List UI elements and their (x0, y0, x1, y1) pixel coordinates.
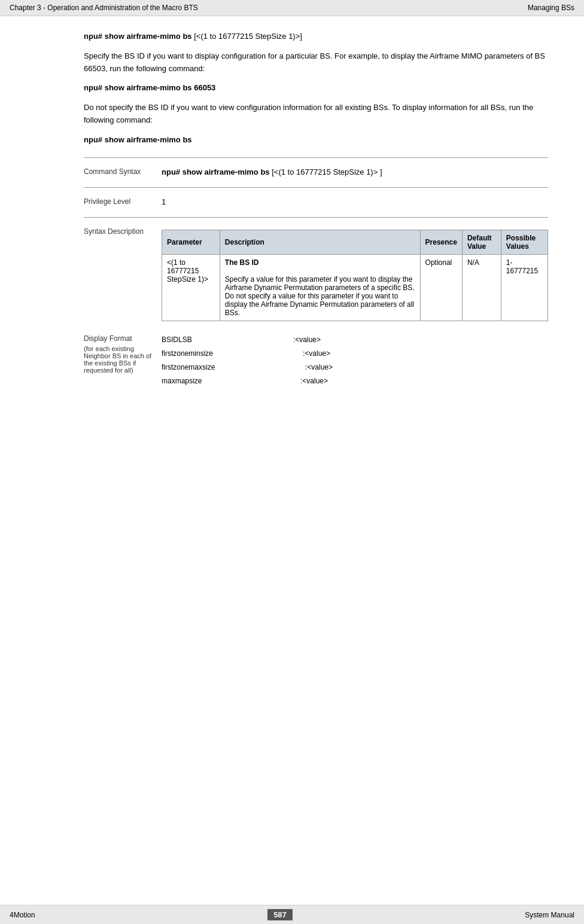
footer-right: System Manual (525, 911, 574, 919)
col-parameter: Parameter (162, 230, 220, 254)
syntax-desc-divider (84, 217, 548, 218)
privilege-level-label: Privilege Level (84, 195, 162, 206)
col-possible: Possible Values (501, 230, 548, 254)
command-syntax-divider (84, 157, 548, 158)
display-format-sublabel: (for each existing Neighbor BS in each o… (84, 345, 156, 374)
cell-default: N/A (462, 254, 501, 321)
page-header: Chapter 3 - Operation and Administration… (0, 0, 584, 16)
privilege-level-value: 1 (162, 195, 548, 206)
display-format-row-bsidlsb: BSIDLSB :<value> (162, 334, 548, 346)
cell-description: The BS ID Specify a value for this param… (220, 254, 420, 321)
display-key-firstzoneminsize: firstzoneminsize (162, 348, 293, 359)
main-content: npu# show airframe-mimo bs [<(1 to 16777… (0, 16, 584, 404)
col-presence: Presence (420, 230, 462, 254)
intro-command3: npu# show airframe-mimo bs (84, 134, 548, 147)
command-syntax-label: Command Syntax (84, 165, 162, 176)
display-key-firstzonemaxsize: firstzonemaxsize (162, 362, 293, 373)
intro-command1-line: npu# show airframe-mimo bs [<(1 to 16777… (84, 31, 548, 43)
syntax-description-section: Syntax Description Parameter Description… (84, 225, 548, 321)
page-number: 587 (267, 909, 293, 920)
command-syntax-content: npu# show airframe-mimo bs [<(1 to 16777… (162, 165, 548, 176)
display-format-row-maxmapsize: maxmapsize :<value> (162, 376, 548, 387)
display-format-section: Display Format (for each existing Neighb… (84, 332, 548, 390)
display-value-bsidlsb: :<value> (293, 334, 321, 346)
syntax-description-label: Syntax Description (84, 225, 162, 321)
header-right: Managing BSs (528, 4, 574, 12)
privilege-level-section: Privilege Level 1 (84, 195, 548, 206)
display-value-maxmapsize: :<value> (293, 376, 328, 387)
cell-possible: 1-16777215 (501, 254, 548, 321)
syntax-description-content: Parameter Description Presence Default V… (162, 225, 548, 321)
display-value-firstzonemaxsize: :<value> (293, 362, 333, 373)
display-format-row-firstzoneminsize: firstzoneminsize :<value> (162, 348, 548, 359)
display-value-firstzoneminsize: :<value> (293, 348, 330, 359)
display-key-maxmapsize: maxmapsize (162, 376, 293, 387)
display-format-label: Display Format (for each existing Neighb… (84, 332, 162, 390)
intro-section: npu# show airframe-mimo bs [<(1 to 16777… (84, 31, 548, 147)
privilege-divider (84, 187, 548, 188)
intro-command1: npu# show airframe-mimo bs (84, 32, 192, 41)
command-syntax-section: Command Syntax npu# show airframe-mimo b… (84, 165, 548, 176)
table-row: <(1 to 16777215 StepSize 1)> The BS ID S… (162, 254, 548, 321)
syntax-table: Parameter Description Presence Default V… (162, 230, 548, 321)
display-format-content: BSIDLSB :<value> firstzoneminsize :<valu… (162, 332, 548, 390)
intro-para2: Do not specify the BS ID if you want to … (84, 102, 548, 127)
intro-para1: Specify the BS ID if you want to display… (84, 50, 548, 75)
intro-command2: npu# show airframe-mimo bs 66053 (84, 82, 548, 94)
footer-left: 4Motion (10, 911, 35, 919)
col-default: Default Value (462, 230, 501, 254)
cell-presence: Optional (420, 254, 462, 321)
page-footer: 4Motion 587 System Manual (0, 905, 584, 924)
display-format-row-firstzonemaxsize: firstzonemaxsize :<value> (162, 362, 548, 373)
cell-parameter: <(1 to 16777215 StepSize 1)> (162, 254, 220, 321)
header-left: Chapter 3 - Operation and Administration… (10, 4, 198, 12)
col-description: Description (220, 230, 420, 254)
display-key-bsidlsb: BSIDLSB (162, 334, 293, 346)
intro-command1-params: [<(1 to 16777215 StepSize 1)>] (194, 32, 302, 41)
